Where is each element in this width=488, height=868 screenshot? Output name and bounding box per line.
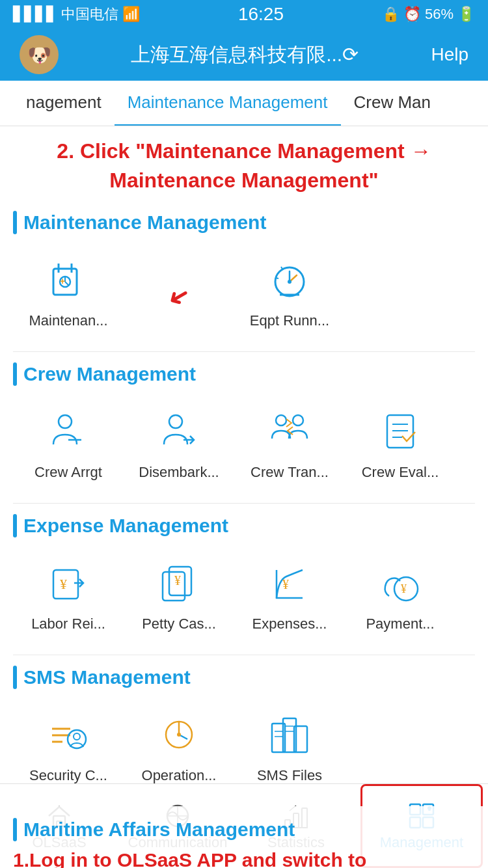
carrier-label: 中国电信 (61, 5, 118, 24)
icon-item-maintenance[interactable]: + Maintenan... (13, 247, 124, 338)
section-header-crew: Crew Management (0, 352, 488, 392)
svg-point-35 (74, 733, 80, 740)
labor-label: Labor Rei... (31, 616, 105, 632)
svg-text:¥: ¥ (282, 577, 289, 591)
expenses-icon: ¥ (264, 557, 316, 609)
svg-text:+: + (60, 276, 65, 286)
icon-item-sms-files[interactable]: SMS Files (234, 702, 345, 793)
crew-eval-label: Crew Eval... (362, 464, 439, 481)
svg-line-11 (275, 278, 278, 278)
expenses-label: Expenses... (252, 616, 327, 632)
tab-crew-man[interactable]: Crew Man (341, 81, 444, 126)
operation-icon (153, 709, 205, 761)
petty-icon: ¥ (153, 557, 205, 609)
icon-item-labor[interactable]: ¥ Labor Rei... (13, 550, 124, 642)
crew-grid: Crew Arrgt Disembark... (0, 392, 488, 496)
annotation-login: Maritime Affairs Management 1.Log in to … (0, 806, 488, 868)
tab-management[interactable]: nagement (13, 81, 115, 126)
section-title-maritime: Maritime Affairs Management (23, 819, 295, 841)
icon-item-petty[interactable]: ¥ Petty Cas... (124, 550, 234, 642)
signal-icon: ▋▋▋▋ (13, 6, 57, 23)
crew-tran-label: Crew Tran... (251, 464, 329, 481)
icon-item-crew-arrgt[interactable]: Crew Arrgt (13, 399, 124, 490)
svg-text:¥: ¥ (401, 582, 407, 595)
status-right: 🔒 ⏰ 56% 🔋 (382, 6, 475, 23)
icon-item-payment[interactable]: ¥ Payment... (345, 550, 455, 642)
svg-point-17 (293, 415, 303, 426)
maintenance-label: Maintenan... (29, 312, 107, 329)
avatar[interactable]: 🐶 (20, 35, 59, 74)
svg-text:¥: ¥ (60, 576, 67, 592)
eqpt-label: Eqpt Runn... (250, 312, 329, 329)
sms-files-icon (264, 709, 316, 761)
crew-arrgt-label: Crew Arrgt (34, 464, 102, 481)
svg-point-14 (169, 415, 182, 428)
section-crew: Crew Management Crew Arrgt (0, 352, 488, 503)
tab-maintenance[interactable]: Maintenance Management (115, 81, 341, 126)
wifi-icon: 📶 (122, 6, 140, 23)
petty-label: Petty Cas... (142, 616, 216, 632)
nav-tabs: nagement Maintenance Management Crew Man (0, 81, 488, 126)
eqpt-icon (264, 254, 316, 306)
icon-item-security[interactable]: Security C... (13, 702, 124, 793)
section-title-maintenance: Maintenance Management (23, 211, 266, 234)
alarm-icon: ⏰ (403, 6, 421, 23)
section-bar-sms (13, 666, 17, 689)
status-bar: ▋▋▋▋ 中国电信 📶 16:25 🔒 ⏰ 56% 🔋 (0, 0, 488, 29)
section-title-sms: SMS Management (23, 666, 191, 688)
section-header-maritime: Maritime Affairs Management (13, 811, 475, 845)
crew-tran-icon (264, 405, 316, 457)
section-header-maintenance: Maintenance Management (0, 200, 488, 241)
crew-arrgt-icon (42, 405, 94, 457)
svg-line-5 (65, 282, 69, 286)
payment-icon: ¥ (374, 557, 426, 609)
red-arrow-indicator: ➜ (124, 247, 234, 338)
battery-label: 56% (425, 6, 454, 23)
section-maintenance: Maintenance Management + Maintenan... (0, 200, 488, 351)
section-bar-expense (13, 514, 17, 537)
svg-point-12 (59, 415, 72, 428)
help-button[interactable]: Help (431, 44, 468, 65)
section-bar (13, 211, 17, 234)
header-title: 上海互海信息科技有限...⟳ (59, 42, 431, 68)
svg-point-16 (276, 415, 286, 426)
icon-item-crew-eval[interactable]: Crew Eval... (345, 399, 455, 490)
maintenance-grid: + Maintenan... ➜ (0, 241, 488, 345)
section-bar-maritime (13, 818, 17, 841)
svg-rect-25 (163, 572, 185, 601)
expense-grid: ¥ Labor Rei... ¥ Petty Cas... (0, 544, 488, 648)
icon-item-eqpt[interactable]: Eqpt Runn... (234, 247, 345, 338)
lock-icon: 🔒 (382, 6, 400, 23)
sms-files-label: SMS Files (257, 767, 322, 784)
operation-label: Operation... (142, 767, 217, 784)
icon-item-crew-tran[interactable]: Crew Tran... (234, 399, 345, 490)
disembark-icon (153, 405, 205, 457)
icon-item-operation[interactable]: Operation... (124, 702, 234, 793)
login-annotation-text: 1.Log in to OLSaaS APP and switch to"Man… (13, 845, 475, 868)
payment-label: Payment... (366, 616, 434, 632)
security-icon (42, 709, 94, 761)
svg-point-8 (288, 280, 291, 284)
maintenance-icon: + (42, 254, 94, 306)
svg-point-39 (177, 733, 181, 737)
status-time: 16:25 (238, 4, 284, 25)
section-header-sms: SMS Management (0, 655, 488, 696)
battery-icon: 🔋 (457, 6, 475, 23)
section-header-expense: Expense Management (0, 504, 488, 544)
icon-item-expenses[interactable]: ¥ Expenses... (234, 550, 345, 642)
section-title-crew: Crew Management (23, 363, 196, 385)
section-title-expense: Expense Management (23, 515, 228, 537)
svg-text:¥: ¥ (174, 573, 181, 588)
section-expense: Expense Management ¥ Labor Rei... (0, 504, 488, 655)
disembark-label: Disembark... (139, 464, 219, 481)
crew-eval-icon (374, 405, 426, 457)
app-header: 🐶 上海互海信息科技有限...⟳ Help (0, 29, 488, 81)
status-left: ▋▋▋▋ 中国电信 📶 (13, 5, 140, 24)
labor-icon: ¥ (42, 557, 94, 609)
section-bar-crew (13, 362, 17, 386)
annotation-click: 2. Click "Maintenance Management →Mainte… (0, 126, 488, 200)
icon-item-disembark[interactable]: Disembark... (124, 399, 234, 490)
security-label: Security C... (29, 767, 107, 784)
